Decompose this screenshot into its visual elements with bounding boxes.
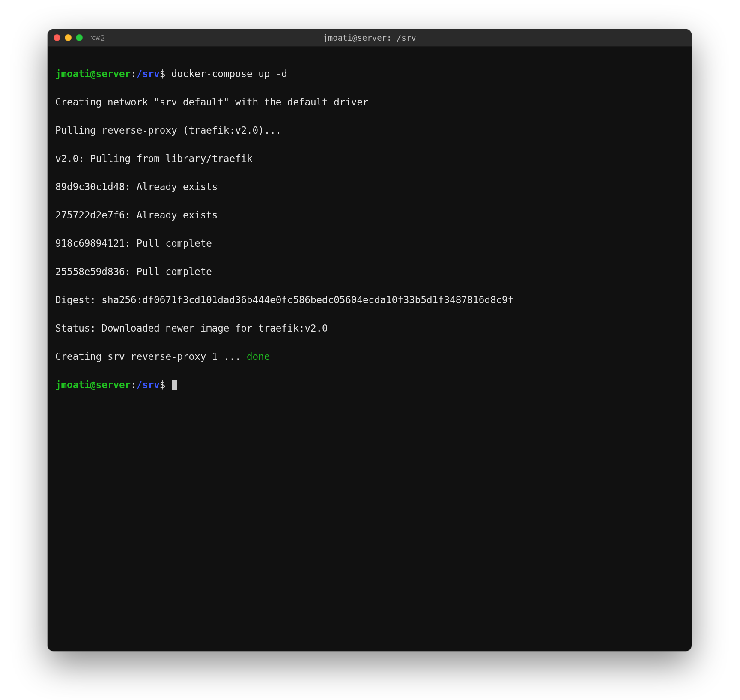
- output-line: Pulling reverse-proxy (traefik:v2.0)...: [55, 123, 684, 138]
- output-line: v2.0: Pulling from library/traefik: [55, 152, 684, 166]
- creating-prefix: Creating srv_reverse-proxy_1 ...: [55, 351, 247, 362]
- prompt-line-1: jmoati@server:/srv$ docker-compose up -d: [55, 67, 684, 81]
- zoom-icon[interactable]: [76, 34, 83, 41]
- prompt-line-2: jmoati@server:/srv$: [55, 378, 684, 392]
- output-line: Creating network "srv_default" with the …: [55, 95, 684, 109]
- cursor-icon: [172, 380, 177, 390]
- output-line: Digest: sha256:df0671f3cd101dad36b444e0f…: [55, 293, 684, 307]
- prompt-path: /srv: [137, 379, 160, 390]
- prompt-symbol: $: [160, 68, 166, 79]
- output-line-creating: Creating srv_reverse-proxy_1 ... done: [55, 350, 684, 364]
- prompt-path: /srv: [137, 68, 160, 79]
- tab-indicator: ⌥⌘2: [90, 33, 106, 42]
- creating-status: done: [247, 351, 270, 362]
- titlebar: ⌥⌘2 jmoati@server: /srv: [48, 29, 692, 47]
- output-line: 89d9c30c1d48: Already exists: [55, 180, 684, 194]
- output-line: 275722d2e7f6: Already exists: [55, 208, 684, 222]
- traffic-lights: [54, 34, 83, 41]
- prompt-user-host: jmoati@server: [55, 379, 131, 390]
- minimize-icon[interactable]: [65, 34, 72, 41]
- command-1: docker-compose up -d: [171, 68, 287, 79]
- terminal-window: ⌥⌘2 jmoati@server: /srv jmoati@server:/s…: [48, 29, 692, 651]
- output-line: Status: Downloaded newer image for traef…: [55, 321, 684, 335]
- output-line: 25558e59d836: Pull complete: [55, 265, 684, 279]
- window-title: jmoati@server: /srv: [323, 33, 416, 42]
- prompt-colon: :: [131, 379, 137, 390]
- prompt-user-host: jmoati@server: [55, 68, 131, 79]
- close-icon[interactable]: [54, 34, 60, 41]
- output-line: 918c69894121: Pull complete: [55, 236, 684, 251]
- prompt-colon: :: [131, 68, 137, 79]
- prompt-symbol: $: [160, 379, 166, 390]
- terminal-content[interactable]: jmoati@server:/srv$ docker-compose up -d…: [48, 47, 692, 428]
